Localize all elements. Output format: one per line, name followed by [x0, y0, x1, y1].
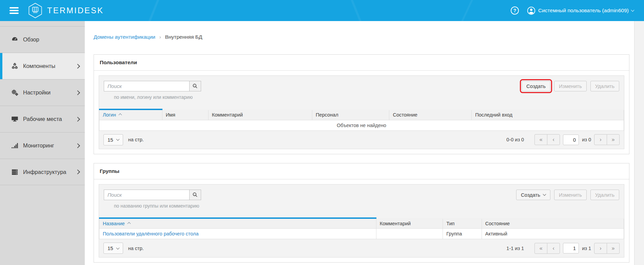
groups-pagination: 15 на стр. 1-1 из 1 « ‹ из 1 › — [99, 239, 624, 257]
users-panel-title: Пользователи — [94, 55, 629, 71]
brand-wordmark: TERMIDESK — [47, 6, 104, 15]
groups-create-button[interactable]: Создать — [516, 190, 550, 200]
groups-page-of-label: из 1 — [582, 246, 591, 251]
last-page-icon: » — [612, 137, 615, 143]
users-table: Логин Имя Комментарий Персонал Состояние… — [99, 109, 624, 131]
chevron-right-icon — [75, 170, 80, 174]
groups-page-size-select[interactable]: 15 — [103, 243, 123, 254]
sidebar-item-label: Мониторинг — [23, 142, 54, 149]
users-delete-button[interactable]: Удалить — [590, 81, 619, 91]
breadcrumb-current: Внутренняя БД — [165, 34, 202, 40]
breadcrumb-link-auth-domains[interactable]: Домены аутентификации — [94, 34, 155, 40]
users-panel: Пользователи по имени, логину ил — [94, 54, 629, 154]
scrollbar-track[interactable] — [634, 21, 644, 265]
hamburger-menu-icon[interactable] — [9, 6, 19, 16]
groups-panel-title: Группы — [94, 163, 629, 179]
user-name-label: Системный пользователь (admin609) — [538, 7, 629, 14]
users-page-of-label: из 0 — [582, 137, 591, 142]
signal-bars-icon — [11, 142, 18, 149]
users-table-header-row: Логин Имя Комментарий Персонал Состояние… — [99, 109, 624, 120]
groups-next-page-button[interactable]: › — [594, 243, 607, 254]
groups-first-page-button[interactable]: « — [534, 243, 547, 254]
groups-search-hint: по названию группы или комментарию — [114, 203, 201, 209]
breadcrumb-separator: › — [159, 34, 161, 40]
groups-search-button[interactable] — [189, 190, 201, 200]
users-edit-button[interactable]: Изменить — [554, 81, 587, 91]
users-prev-page-button[interactable]: ‹ — [547, 134, 560, 145]
dashboard-gauge-icon — [11, 36, 18, 43]
group-state-cell: Активный — [482, 229, 624, 239]
first-page-icon: « — [540, 245, 543, 251]
groups-edit-button[interactable]: Изменить — [554, 190, 587, 200]
groups-range-label: 1-1 из 1 — [506, 246, 524, 251]
group-name-link[interactable]: Пользователи удалённого рабочего стола — [103, 231, 199, 236]
users-column-staff[interactable]: Персонал — [312, 109, 389, 120]
next-page-icon: › — [600, 245, 601, 251]
users-column-last-login[interactable]: Последний вход — [472, 109, 624, 120]
users-first-page-button[interactable]: « — [534, 134, 547, 145]
groups-panel: Группы по названию группы или ко — [94, 163, 629, 263]
cubes-icon — [11, 63, 18, 70]
groups-column-comment[interactable]: Комментарий — [376, 218, 443, 229]
groups-search-input[interactable] — [104, 190, 190, 200]
groups-column-name[interactable]: Название — [99, 218, 376, 229]
users-page-number-input[interactable] — [563, 135, 579, 145]
groups-table-row[interactable]: Пользователи удалённого рабочего стола Г… — [99, 229, 624, 239]
groups-table-header-row: Название Комментарий Тип Состояние — [99, 218, 624, 229]
top-header-bar: TERMIDESK ? Системный пользователь (admi… — [0, 0, 644, 21]
groups-prev-page-button[interactable]: ‹ — [547, 243, 560, 254]
desktop-monitor-icon — [11, 116, 18, 123]
users-create-button[interactable]: Создать — [522, 81, 550, 91]
users-card: по имени, логину или комментарию Создать… — [99, 75, 624, 149]
users-last-page-button[interactable]: » — [607, 134, 620, 145]
users-search-button[interactable] — [189, 81, 201, 91]
users-search-input[interactable] — [104, 81, 190, 91]
sidebar-item-components[interactable]: Компоненты — [0, 53, 85, 79]
groups-column-type[interactable]: Тип — [443, 218, 482, 229]
sidebar-item-label: Обзор — [23, 36, 39, 43]
prev-page-icon: ‹ — [552, 137, 554, 143]
groups-page-number-input[interactable] — [563, 243, 579, 253]
sidebar-item-infrastructure[interactable]: Инфраструктура — [0, 159, 85, 185]
chevron-right-icon — [75, 64, 80, 68]
users-next-page-button[interactable]: › — [594, 134, 607, 145]
sidebar-item-settings[interactable]: Настройки — [0, 79, 85, 106]
groups-column-state[interactable]: Состояние — [482, 218, 624, 229]
main-content: Домены аутентификации › Внутренняя БД По… — [85, 21, 634, 265]
groups-table: Название Комментарий Тип Состояние Польз… — [99, 217, 624, 240]
sort-ascending-icon — [119, 113, 122, 117]
users-search-hint: по имени, логину или комментарию — [114, 94, 201, 100]
chevron-down-icon — [116, 246, 119, 249]
chevron-right-icon — [75, 90, 80, 95]
users-column-comment[interactable]: Комментарий — [208, 109, 312, 120]
users-page-size-select[interactable]: 15 — [103, 134, 123, 145]
groups-last-page-button[interactable]: » — [607, 243, 620, 254]
first-page-icon: « — [540, 137, 543, 143]
users-column-login[interactable]: Логин — [99, 109, 162, 120]
groups-delete-button[interactable]: Удалить — [590, 190, 619, 200]
groups-per-page-label: на стр. — [128, 246, 144, 251]
sidebar-item-monitoring[interactable]: Мониторинг — [0, 132, 85, 159]
gears-icon — [11, 89, 18, 96]
sidebar-item-label: Настройки — [23, 89, 51, 96]
breadcrumb: Домены аутентификации › Внутренняя БД — [94, 34, 629, 40]
sidebar-nav: Обзор Компоненты Наст — [0, 21, 85, 265]
sidebar-item-workplaces[interactable]: Рабочие места — [0, 106, 85, 132]
chevron-down-icon — [543, 193, 546, 196]
group-type-cell: Группа — [443, 229, 482, 239]
group-comment-cell — [376, 229, 443, 239]
search-icon — [192, 192, 198, 198]
users-column-name[interactable]: Имя — [162, 109, 208, 120]
chevron-right-icon — [75, 143, 80, 148]
users-column-state[interactable]: Состояние — [389, 109, 472, 120]
user-avatar-icon — [527, 6, 535, 15]
sidebar-item-overview[interactable]: Обзор — [0, 26, 85, 53]
sort-ascending-icon — [127, 222, 131, 225]
chevron-down-icon — [631, 8, 635, 12]
user-menu[interactable]: Системный пользователь (admin609) — [527, 6, 634, 15]
users-empty-text: Объектов не найдено — [99, 120, 624, 130]
users-range-label: 0-0 из 0 — [506, 137, 524, 142]
help-icon[interactable]: ? — [511, 6, 519, 15]
prev-page-icon: ‹ — [552, 245, 554, 251]
users-pagination: 15 на стр. 0-0 из 0 « ‹ из 0 › — [99, 131, 624, 149]
